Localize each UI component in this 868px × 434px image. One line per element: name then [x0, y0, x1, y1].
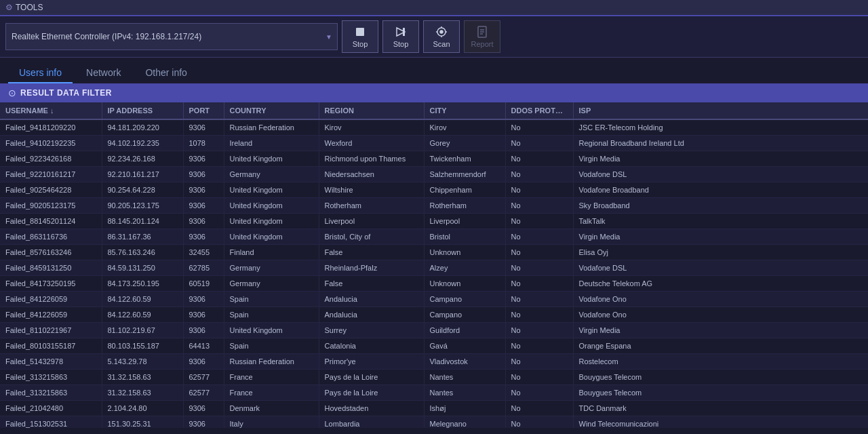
cell-region: False — [319, 245, 424, 260]
cell-region: Pays de la Loire — [319, 385, 424, 401]
cell-isp: Deutsche Telekom AG — [573, 276, 868, 292]
cell-port: 9306 — [183, 119, 224, 136]
cell-ddos: No — [505, 307, 573, 323]
cell-region: Bristol, City of — [319, 229, 424, 245]
cell-ddos: No — [505, 370, 573, 385]
scan-icon — [435, 25, 448, 39]
svg-point-3 — [440, 31, 443, 33]
svg-rect-1 — [403, 28, 405, 36]
cell-username: Failed_8459131250 — [0, 260, 102, 276]
cell-ddos: No — [505, 385, 573, 401]
cell-ddos: No — [505, 276, 573, 292]
cell-city: Liverpool — [424, 214, 505, 229]
cell-port: 9306 — [183, 167, 224, 182]
col-header-username[interactable]: USERNAME ↓ — [0, 102, 102, 119]
col-header-ddos[interactable]: DDOS PROTECTED? — [505, 102, 573, 119]
table-row: Failed_8459131250 84.59.131.250 62785 Ge… — [0, 260, 868, 276]
cell-region: Catalonia — [319, 338, 424, 354]
cell-ip: 84.59.131.250 — [102, 260, 183, 276]
cell-ddos: No — [505, 354, 573, 370]
cell-region: Niedersachsen — [319, 167, 424, 182]
cell-country: Finland — [224, 245, 319, 260]
cell-city: Chippenham — [424, 182, 505, 198]
cell-region: Andalucia — [319, 292, 424, 307]
cell-username: Failed_21042480 — [0, 401, 102, 416]
filter-bar[interactable]: ⊙ RESULT DATA FILTER — [0, 83, 868, 102]
col-header-region[interactable]: REGION — [319, 102, 424, 119]
table-row: Failed_841226059 84.122.60.59 9306 Spain… — [0, 307, 868, 323]
cell-port: 1078 — [183, 136, 224, 151]
cell-region: Lombardia — [319, 416, 424, 429]
col-header-ip[interactable]: IP ADDRESS — [102, 102, 183, 119]
cell-username: Failed_151302531 — [0, 416, 102, 429]
cell-region: Andalucia — [319, 307, 424, 323]
cell-isp: Bouygues Telecom — [573, 385, 868, 401]
cell-isp: Orange Espana — [573, 338, 868, 354]
cell-port: 9306 — [183, 214, 224, 229]
stop-button-1[interactable]: Stop — [342, 20, 378, 53]
table-body: Failed_94181209220 94.181.209.220 9306 R… — [0, 119, 868, 428]
table-row: Failed_841226059 84.122.60.59 9306 Spain… — [0, 292, 868, 307]
cell-port: 62577 — [183, 385, 224, 401]
cell-isp: Vodafone Broadband — [573, 182, 868, 198]
cell-region: False — [319, 276, 424, 292]
tab-network[interactable]: Network — [75, 63, 132, 83]
cell-region: Rotherham — [319, 198, 424, 214]
cell-port: 9306 — [183, 401, 224, 416]
adapter-select-wrap[interactable]: Realtek Ethernet Controller (IPv4: 192.1… — [5, 23, 338, 50]
tab-other-info[interactable]: Other info — [134, 63, 197, 83]
cell-region: Hovedstaden — [319, 401, 424, 416]
cell-city: Alzey — [424, 260, 505, 276]
cell-username: Failed_94102192235 — [0, 136, 102, 151]
scan-button[interactable]: Scan — [423, 20, 460, 53]
cell-region: Rheinland-Pfalz — [319, 260, 424, 276]
cell-ddos: No — [505, 182, 573, 198]
cell-ddos: No — [505, 416, 573, 429]
report-icon — [475, 25, 489, 39]
cell-city: Guildford — [424, 323, 505, 338]
cell-ip: 5.143.29.78 — [102, 354, 183, 370]
table-row: Failed_88145201124 88.145.201.124 9306 U… — [0, 214, 868, 229]
cell-city: Campano — [424, 292, 505, 307]
col-header-isp[interactable]: ISP — [573, 102, 868, 119]
table-row: Failed_84173250195 84.173.250.195 60519 … — [0, 276, 868, 292]
stop-button-2[interactable]: Stop — [382, 20, 419, 53]
table-container: USERNAME ↓ IP ADDRESS PORT COUNTRY REGIO… — [0, 102, 868, 428]
cell-ip: 90.205.123.175 — [102, 198, 183, 214]
cell-city: Nantes — [424, 385, 505, 401]
cell-isp: Elisa Oyj — [573, 245, 868, 260]
cell-isp: Vodafone DSL — [573, 260, 868, 276]
cell-ip: 31.32.158.63 — [102, 370, 183, 385]
cell-ddos: No — [505, 401, 573, 416]
cell-isp: Virgin Media — [573, 229, 868, 245]
cell-country: France — [224, 370, 319, 385]
cell-ddos: No — [505, 260, 573, 276]
cell-region: Wexford — [319, 136, 424, 151]
cell-isp: Wind Telecomunicazioni — [573, 416, 868, 429]
cell-username: Failed_94181209220 — [0, 119, 102, 136]
cell-city: Melegnano — [424, 416, 505, 429]
cell-ddos: No — [505, 245, 573, 260]
cell-isp: Rostelecom — [573, 354, 868, 370]
cell-isp: Virgin Media — [573, 151, 868, 167]
cell-country: United Kingdom — [224, 214, 319, 229]
cell-city: Campano — [424, 307, 505, 323]
cell-city: Kirov — [424, 119, 505, 136]
cell-port: 9306 — [183, 182, 224, 198]
col-header-city[interactable]: CITY — [424, 102, 505, 119]
col-header-port[interactable]: PORT — [183, 102, 224, 119]
adapter-select[interactable]: Realtek Ethernet Controller (IPv4: 192.1… — [5, 23, 338, 50]
cell-country: Ireland — [224, 136, 319, 151]
cell-ddos: No — [505, 292, 573, 307]
cell-ddos: No — [505, 229, 573, 245]
table-row: Failed_313215863 31.32.158.63 62577 Fran… — [0, 370, 868, 385]
col-header-country[interactable]: COUNTRY — [224, 102, 319, 119]
filter-icon: ⊙ — [8, 87, 16, 98]
cell-country: Spain — [224, 307, 319, 323]
cell-isp: TDC Danmark — [573, 401, 868, 416]
cell-username: Failed_9223426168 — [0, 151, 102, 167]
tab-users-info[interactable]: Users info — [8, 63, 73, 83]
report-button[interactable]: Report — [464, 20, 500, 53]
cell-ip: 94.181.209.220 — [102, 119, 183, 136]
table-row: Failed_21042480 2.104.24.80 9306 Denmark… — [0, 401, 868, 416]
